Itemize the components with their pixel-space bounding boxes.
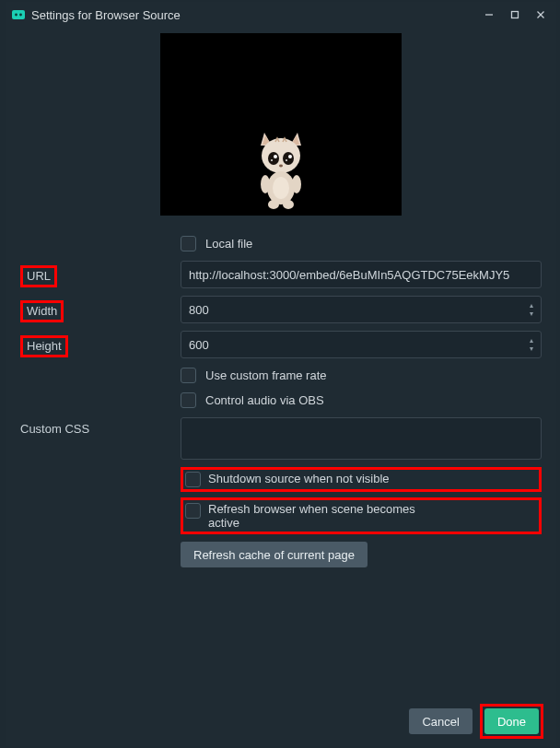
svg-point-7 xyxy=(262,138,300,173)
svg-point-17 xyxy=(261,175,270,193)
local-file-checkbox[interactable] xyxy=(181,236,196,251)
titlebar: Settings for Browser Source xyxy=(6,2,556,28)
window-title: Settings for Browser Source xyxy=(31,8,473,22)
refresh-scene-checkbox[interactable] xyxy=(185,503,201,519)
svg-point-12 xyxy=(271,159,273,161)
svg-point-20 xyxy=(283,200,294,209)
settings-form: Local file URL Width ▴▾ xyxy=(6,221,556,702)
custom-css-input[interactable] xyxy=(181,417,542,460)
svg-point-19 xyxy=(268,200,279,209)
height-input[interactable] xyxy=(181,331,542,358)
settings-window: Settings for Browser Source xyxy=(6,2,556,746)
done-highlight: Done xyxy=(480,704,543,739)
url-label: URL xyxy=(20,265,57,287)
svg-point-11 xyxy=(288,155,292,158)
svg-rect-4 xyxy=(512,12,519,18)
control-audio-row[interactable]: Control audio via OBS xyxy=(181,391,542,410)
svg-point-14 xyxy=(279,165,283,168)
width-input[interactable] xyxy=(181,296,542,323)
control-audio-checkbox[interactable] xyxy=(181,392,196,408)
local-file-label: Local file xyxy=(205,237,252,251)
width-label: Width xyxy=(20,300,64,322)
cancel-button[interactable]: Cancel xyxy=(409,708,472,734)
custom-css-label: Custom CSS xyxy=(20,422,89,436)
svg-rect-0 xyxy=(12,10,25,19)
height-stepper[interactable]: ▴▾ xyxy=(525,333,538,356)
local-file-row[interactable]: Local file xyxy=(181,234,542,253)
svg-point-8 xyxy=(268,152,279,165)
width-stepper[interactable]: ▴▾ xyxy=(525,298,538,321)
custom-frame-row[interactable]: Use custom frame rate xyxy=(181,366,542,385)
svg-point-18 xyxy=(292,175,301,193)
height-label: Height xyxy=(20,335,68,357)
svg-point-16 xyxy=(273,177,289,199)
control-audio-label: Control audio via OBS xyxy=(205,393,324,407)
svg-point-2 xyxy=(19,14,22,17)
shutdown-label: Shutdown source when not visible xyxy=(208,472,390,485)
minimize-button[interactable] xyxy=(479,5,499,25)
close-button[interactable] xyxy=(531,5,551,25)
preview-area xyxy=(6,28,556,221)
preview-canvas xyxy=(160,33,402,216)
app-icon xyxy=(11,7,26,22)
shutdown-checkbox[interactable] xyxy=(185,472,201,487)
shutdown-row[interactable]: Shutdown source when not visible xyxy=(181,467,542,492)
url-input[interactable] xyxy=(181,261,542,288)
maximize-button[interactable] xyxy=(505,5,525,25)
dialog-footer: Cancel Done xyxy=(6,702,556,746)
refresh-scene-row[interactable]: Refresh browser when scene becomes activ… xyxy=(181,497,542,534)
svg-point-10 xyxy=(274,155,277,158)
refresh-scene-label: Refresh browser when scene becomes activ… xyxy=(208,502,420,530)
avatar-icon xyxy=(251,122,310,210)
custom-frame-checkbox[interactable] xyxy=(181,368,196,383)
refresh-cache-button[interactable]: Refresh cache of current page xyxy=(181,542,368,567)
svg-point-13 xyxy=(286,159,287,161)
done-button[interactable]: Done xyxy=(484,708,539,734)
svg-point-1 xyxy=(15,14,18,17)
custom-frame-label: Use custom frame rate xyxy=(205,368,327,382)
svg-point-9 xyxy=(283,152,294,165)
